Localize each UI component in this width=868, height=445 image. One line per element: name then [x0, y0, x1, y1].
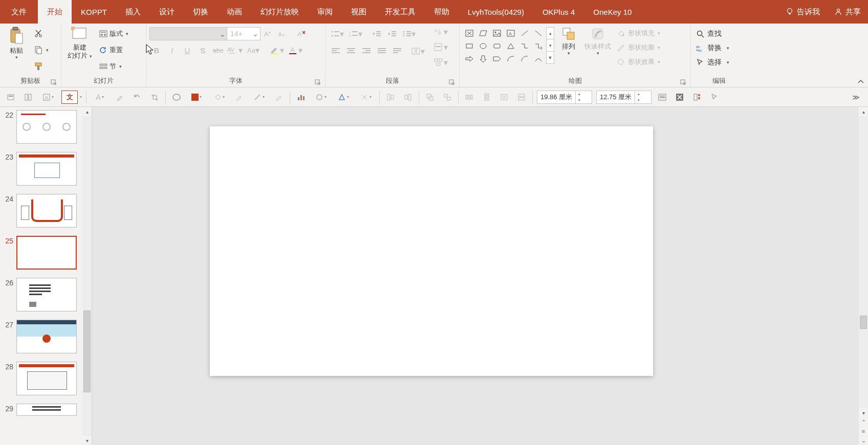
shape-line-v[interactable]: [532, 27, 545, 39]
tb2-font-color[interactable]: A▾: [91, 91, 109, 104]
bullets-button[interactable]: ▾: [329, 27, 346, 40]
tb2-align-2[interactable]: [401, 91, 415, 104]
smartart-button[interactable]: ▾: [432, 56, 449, 69]
clipboard-launcher[interactable]: [51, 79, 57, 85]
tb2-chart[interactable]: [294, 91, 308, 104]
clear-format-button[interactable]: A: [294, 27, 309, 40]
shape-parallelogram[interactable]: [476, 27, 490, 39]
quick-styles-button[interactable]: 快速样式 ▾: [583, 25, 613, 56]
tb2-oval[interactable]: [170, 91, 183, 104]
width-up[interactable]: ▴: [576, 91, 583, 97]
align-text-button[interactable]: ▾: [432, 40, 449, 54]
shape-oval[interactable]: [476, 40, 490, 52]
tb2-bucket[interactable]: ▾: [210, 91, 228, 104]
paste-button[interactable]: 粘贴 ▾: [3, 25, 30, 60]
line-spacing-button[interactable]: ▾: [400, 27, 418, 40]
tb2-pen[interactable]: ▾: [250, 91, 268, 104]
tab-koppt[interactable]: KOPPT: [72, 0, 116, 24]
layout-button[interactable]: 版式▾: [97, 27, 131, 40]
arrange-button[interactable]: 排列 ▾: [556, 25, 581, 56]
tb2-crop[interactable]: [148, 91, 161, 104]
distribute-button[interactable]: [390, 44, 404, 58]
shape-effects-button[interactable]: 形状效果▾: [615, 56, 662, 68]
text-direction-button[interactable]: A▾: [432, 25, 449, 38]
tb2-btn-1[interactable]: [4, 91, 17, 104]
format-painter-button[interactable]: [32, 60, 51, 73]
tab-view[interactable]: 视图: [342, 0, 376, 24]
height-input[interactable]: 12.75 厘米▴▾: [596, 91, 652, 104]
shape-arrow-right[interactable]: [463, 53, 476, 65]
tb2-overflow[interactable]: ≫: [848, 93, 864, 101]
bold-button[interactable]: B: [149, 43, 164, 57]
share-button[interactable]: 共享: [827, 7, 868, 17]
tb2-dist-v[interactable]: [480, 91, 493, 104]
tab-review[interactable]: 审阅: [308, 0, 342, 24]
select-button[interactable]: 选择▾: [694, 56, 731, 69]
slide-thumb-26[interactable]: 26: [0, 277, 82, 319]
tb2-shape-edit[interactable]: ▾: [334, 91, 353, 104]
shape-elbow-arrow[interactable]: [532, 40, 545, 52]
shape-roundrect[interactable]: [490, 40, 504, 52]
height-down[interactable]: ▾: [635, 97, 642, 103]
font-size-combo[interactable]: 14+⌄: [227, 27, 261, 40]
gallery-more[interactable]: ▼: [546, 52, 554, 64]
shape-pentagon[interactable]: [490, 53, 504, 65]
tab-design[interactable]: 设计: [150, 0, 184, 24]
height-up[interactable]: ▴: [635, 91, 642, 97]
tab-slideshow[interactable]: 幻灯片放映: [251, 0, 308, 24]
shape-arc[interactable]: [518, 53, 531, 65]
shape-connector[interactable]: [532, 53, 545, 65]
tell-me[interactable]: 告诉我: [778, 7, 827, 17]
shape-rect-x[interactable]: [463, 27, 476, 39]
scroll-thumb[interactable]: [83, 310, 91, 392]
tb2-notes[interactable]: [656, 91, 669, 104]
paragraph-launcher[interactable]: [449, 79, 455, 85]
tab-insert[interactable]: 插入: [116, 0, 150, 24]
tab-onekey[interactable]: OneKey 10: [584, 0, 641, 24]
copy-button[interactable]: ▾: [32, 43, 51, 57]
tb2-align-1[interactable]: [384, 91, 397, 104]
fit-nav[interactable]: ≡: [859, 427, 868, 436]
tb2-fill[interactable]: ▾: [187, 91, 206, 104]
tab-okplus[interactable]: OKPlus 4: [533, 0, 584, 24]
char-spacing-button[interactable]: AV▾: [226, 43, 244, 57]
canvas-scrollbar[interactable]: ▴ ▾ ⌃ ≡ ⌄: [859, 107, 868, 445]
numbering-button[interactable]: 12▾: [347, 27, 364, 40]
slide-thumb-22[interactable]: 22: [0, 109, 82, 151]
tab-animations[interactable]: 动画: [218, 0, 251, 24]
tb2-btn-2[interactable]: [21, 91, 35, 104]
tb2-eyedropper-2[interactable]: [232, 91, 246, 104]
slide-thumb-25[interactable]: 25: [0, 235, 82, 277]
shape-rect[interactable]: [463, 40, 476, 52]
slide-thumb-27[interactable]: 27: [0, 319, 82, 361]
tb2-same-width[interactable]: [515, 91, 528, 104]
font-color-button[interactable]: A▾: [287, 43, 304, 57]
width-input[interactable]: 19.86 厘米▴▾: [537, 91, 592, 104]
increase-indent-button[interactable]: [385, 27, 399, 40]
slide-thumb-24[interactable]: 24: [0, 193, 82, 235]
tab-transitions[interactable]: 切换: [184, 0, 218, 24]
italic-button[interactable]: I: [165, 43, 179, 57]
underline-button[interactable]: U: [180, 43, 194, 57]
tb2-dist-h[interactable]: [463, 91, 476, 104]
reset-button[interactable]: 重置: [97, 43, 131, 57]
decrease-font-button[interactable]: A▾: [275, 27, 289, 40]
cut-button[interactable]: [32, 27, 51, 40]
slide-thumb-29[interactable]: 29: [0, 403, 82, 423]
prev-slide-nav[interactable]: ⌃: [859, 417, 868, 427]
slide-thumb-28[interactable]: 28: [0, 361, 82, 403]
tb2-ungroup[interactable]: [441, 91, 454, 104]
tab-file[interactable]: 文件: [0, 0, 38, 24]
increase-font-button[interactable]: A▴: [261, 27, 275, 40]
align-left-button[interactable]: [329, 44, 343, 58]
shape-outline-button[interactable]: 形状轮廓▾: [615, 41, 662, 54]
tb2-close-x[interactable]: [673, 91, 686, 104]
tab-developer[interactable]: 开发工具: [376, 0, 425, 24]
tb2-undo[interactable]: [131, 91, 144, 104]
tb2-cursor-tool[interactable]: [708, 91, 721, 104]
tb2-eyedropper-3[interactable]: [272, 91, 286, 104]
gallery-down[interactable]: ▾: [546, 39, 554, 52]
find-button[interactable]: 查找: [694, 27, 731, 40]
slide-thumb-23[interactable]: 23: [0, 151, 82, 193]
canvas-scroll-down[interactable]: ▾: [859, 408, 868, 417]
